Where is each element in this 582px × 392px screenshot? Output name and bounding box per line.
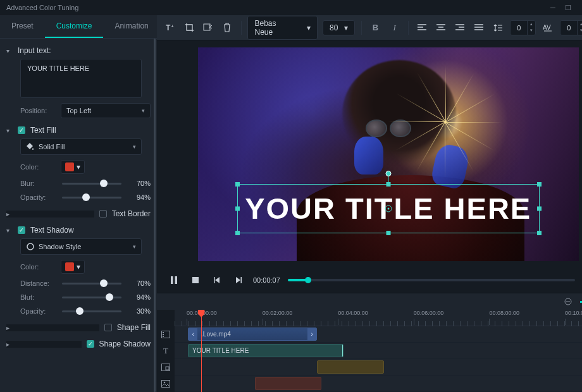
window-title: Advanced Color Tuning [6, 4, 545, 11]
remove-text-icon[interactable] [201, 20, 215, 35]
char-spacing-input[interactable]: ▴▾ [560, 20, 582, 35]
distance-slider[interactable] [62, 279, 121, 288]
time-ruler[interactable]: 00:00:00:00 00:02:00:00 00:04:00:00 00:0… [175, 310, 582, 326]
shadow-color-picker[interactable]: ▾ [61, 260, 85, 274]
chevron-down-icon: ▾ [307, 23, 311, 32]
rotate-handle[interactable] [385, 171, 391, 176]
prev-frame-button[interactable] [210, 273, 224, 287]
resize-handle[interactable] [537, 182, 542, 187]
title-text-input[interactable]: YOUR TITLE HERE [20, 59, 142, 98]
chevron-down-icon [6, 227, 13, 234]
font-family-select[interactable]: Bebas Neue ▾ [247, 16, 318, 40]
video-track-icon[interactable] [157, 326, 175, 343]
tab-customize[interactable]: Customize [45, 15, 104, 38]
shadow-style-select[interactable]: Shadow Style ▾ [20, 238, 142, 255]
text-border-checkbox[interactable] [99, 210, 107, 217]
step-up-icon[interactable]: ▴ [578, 21, 582, 27]
italic-icon[interactable]: I [387, 20, 401, 35]
shadow-blur-slider[interactable] [62, 293, 121, 302]
playhead[interactable] [198, 310, 205, 317]
char-spacing-icon[interactable]: AV [541, 20, 555, 35]
pip-track-icon[interactable] [157, 359, 175, 376]
crop-icon[interactable] [182, 20, 196, 35]
section-text-shadow[interactable]: Text Shadow [6, 226, 151, 235]
color-swatch [65, 262, 74, 271]
position-label: Position: [20, 107, 56, 114]
add-text-icon[interactable]: T+ [163, 20, 177, 35]
blur-slider[interactable] [62, 179, 121, 188]
fill-type-select[interactable]: Solid Fill ▾ [20, 138, 142, 155]
audio-track[interactable] [175, 376, 582, 392]
timeline: T 00:00:00:00 00:02:00:00 00:04:00:00 00… [157, 293, 582, 392]
section-text-fill[interactable]: Text Fill [6, 126, 151, 135]
video-clip[interactable]: ‹ .Love.mp4 › [188, 328, 317, 341]
align-right-icon[interactable] [453, 20, 467, 35]
resize-handle[interactable] [537, 231, 542, 235]
chevron-down-icon: ▾ [142, 107, 145, 114]
resize-handle[interactable] [235, 231, 240, 235]
preview-canvas[interactable]: YOUR TITLE HERE [198, 47, 579, 261]
line-spacing-icon[interactable] [491, 20, 505, 35]
align-center-icon[interactable] [434, 20, 448, 35]
text-fill-checkbox[interactable] [18, 126, 25, 134]
audio-clip[interactable] [255, 377, 322, 390]
shadow-opacity-slider[interactable] [62, 307, 121, 315]
anchor-point-icon[interactable] [385, 205, 392, 212]
resize-handle[interactable] [537, 206, 542, 211]
bold-icon[interactable]: B [368, 20, 382, 35]
align-left-icon[interactable] [415, 20, 429, 35]
resize-handle[interactable] [386, 231, 390, 235]
maximize-button[interactable]: ☐ [560, 4, 576, 12]
shadow-color-label: Color: [20, 263, 56, 271]
minimize-button[interactable]: ─ [545, 4, 560, 11]
title-clip[interactable]: YOUR TITLE HERE [188, 344, 344, 357]
text-track-icon[interactable]: T [157, 343, 175, 359]
resize-handle[interactable] [235, 182, 240, 187]
panel-scroll[interactable]: Input text: YOUR TITLE HERE Position: To… [0, 39, 157, 392]
track-icons: T [157, 310, 175, 392]
title-track[interactable]: YOUR TITLE HERE [175, 343, 582, 359]
tracks-area[interactable]: 00:00:00:00 00:02:00:00 00:04:00:00 00:0… [175, 310, 582, 392]
next-frame-button[interactable] [232, 273, 245, 287]
stop-button[interactable] [189, 273, 202, 287]
step-down-icon[interactable]: ▾ [528, 27, 535, 34]
shape-shadow-checkbox[interactable] [87, 340, 94, 348]
text-shadow-checkbox[interactable] [18, 226, 25, 234]
text-fill-color-picker[interactable]: ▾ [61, 160, 85, 174]
blur-label: Blur: [20, 180, 56, 187]
section-shape-fill[interactable]: Shape Fill [6, 323, 151, 332]
section-input-text[interactable]: Input text: [6, 46, 151, 55]
resize-handle[interactable] [235, 206, 240, 211]
svg-rect-18 [163, 336, 164, 337]
text-toolbar: T+ Bebas Neue ▾ 80 ▾ B I [157, 15, 582, 40]
shape-fill-checkbox[interactable] [104, 324, 112, 331]
seek-bar[interactable] [288, 279, 575, 281]
tab-preset[interactable]: Preset [0, 15, 45, 38]
shape-shadow-label: Shape Shadow [99, 340, 151, 348]
zoom-out-icon[interactable] [562, 294, 574, 309]
opacity-slider[interactable] [62, 193, 121, 202]
section-shape-shadow[interactable]: Shape Shadow [6, 340, 151, 348]
svg-text:T: T [166, 23, 171, 32]
pip-track[interactable] [175, 359, 582, 376]
image-track-icon[interactable] [157, 376, 175, 392]
position-select[interactable]: Top Left ▾ [61, 103, 151, 118]
font-size-select[interactable]: 80 ▾ [323, 20, 355, 35]
trim-left-icon[interactable]: ‹ [189, 328, 197, 340]
sparkler-icon [445, 122, 446, 123]
step-down-icon[interactable]: ▾ [578, 27, 582, 34]
pause-button[interactable] [167, 273, 181, 287]
text-shadow-label: Text Shadow [30, 226, 74, 235]
trim-right-icon[interactable]: › [307, 328, 316, 340]
pip-clip[interactable] [317, 360, 384, 374]
trash-icon[interactable] [220, 20, 234, 35]
resize-handle[interactable] [386, 182, 390, 187]
video-track[interactable]: ‹ .Love.mp4 › [175, 326, 582, 343]
section-text-border[interactable]: Text Border [6, 209, 151, 218]
title-selection-box[interactable]: YOUR TITLE HERE [237, 184, 540, 233]
spacing-input[interactable]: ▴▾ [510, 20, 536, 35]
align-justify-icon[interactable] [472, 20, 486, 35]
current-time: 00:00:07 [253, 276, 280, 284]
step-up-icon[interactable]: ▴ [528, 21, 535, 27]
tab-animation[interactable]: Animation [103, 15, 159, 38]
